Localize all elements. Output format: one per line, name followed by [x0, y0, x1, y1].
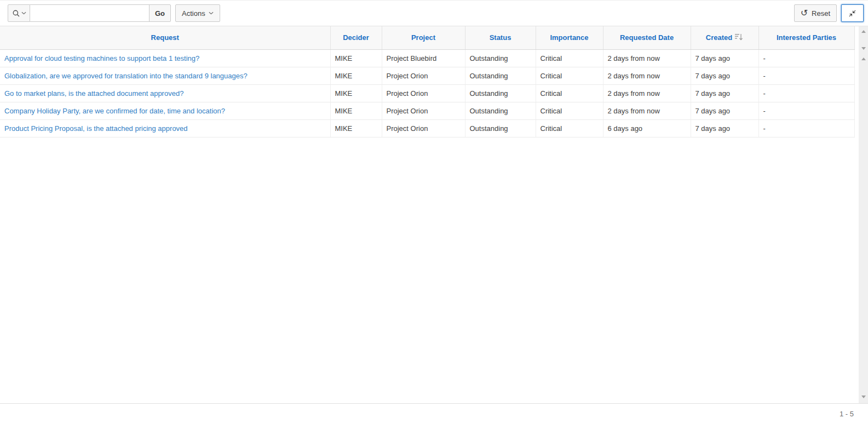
table-row: Approval for cloud testing machines to s…	[0, 49, 854, 67]
actions-menu-button[interactable]: Actions	[175, 4, 220, 22]
pagination-range: 1 - 5	[840, 410, 854, 418]
interactive-report-page: Go Actions ↺ Reset	[0, 0, 868, 424]
cell-requested_date: 6 days ago	[603, 119, 691, 137]
chevron-down-icon	[209, 12, 214, 15]
column-header-content: Interested Parties	[777, 33, 836, 42]
sort-descending-icon	[735, 33, 743, 42]
cell-status: Outstanding	[465, 84, 536, 102]
cell-request: Globalization, are we approved for trans…	[0, 67, 330, 84]
undo-circular-arrow-icon: ↺	[801, 9, 808, 18]
column-header-interested_parties[interactable]: Interested Parties	[758, 26, 854, 49]
actions-button-label: Actions	[182, 9, 205, 18]
cell-request: Approval for cloud testing machines to s…	[0, 49, 330, 67]
search-icon	[12, 9, 20, 18]
table-row: Globalization, are we approved for trans…	[0, 67, 854, 84]
column-header-label: Requested Date	[620, 33, 674, 42]
column-header-label: Created	[706, 33, 732, 42]
column-header-content: Request	[151, 33, 179, 42]
report-toolbar: Go Actions ↺ Reset	[0, 0, 868, 26]
reset-button[interactable]: ↺ Reset	[794, 4, 837, 22]
cell-interested_parties: -	[758, 84, 854, 102]
column-header-content: Decider	[343, 33, 369, 42]
request-link[interactable]: Company Holiday Party, are we confirmed …	[4, 107, 225, 115]
search-bar: Go	[8, 4, 171, 22]
report-footer: 1 - 5	[0, 403, 868, 424]
column-header-label: Project	[411, 33, 435, 42]
scroll-down-arrow-icon[interactable]	[861, 396, 866, 398]
column-header-content: Created	[706, 33, 743, 42]
report-region: RequestDeciderProjectStatusImportanceReq…	[0, 26, 868, 403]
report-table: RequestDeciderProjectStatusImportanceReq…	[0, 26, 855, 137]
column-header-project[interactable]: Project	[382, 26, 465, 49]
cell-status: Outstanding	[465, 49, 536, 67]
column-header-status[interactable]: Status	[465, 26, 536, 49]
cell-project: Project Orion	[382, 67, 465, 84]
cell-decider: MIKE	[330, 67, 382, 84]
cell-decider: MIKE	[330, 49, 382, 67]
cell-status: Outstanding	[465, 102, 536, 119]
request-link[interactable]: Approval for cloud testing machines to s…	[4, 54, 199, 62]
column-header-label: Importance	[550, 33, 588, 42]
search-column-selector-button[interactable]	[8, 4, 30, 22]
cell-interested_parties: -	[758, 102, 854, 119]
column-header-content: Importance	[550, 33, 588, 42]
chevron-down-icon	[21, 12, 26, 15]
column-header-label: Status	[490, 33, 511, 42]
cell-project: Project Orion	[382, 119, 465, 137]
column-header-content: Requested Date	[620, 33, 674, 42]
reset-button-label: Reset	[812, 9, 830, 18]
column-header-request[interactable]: Request	[0, 26, 330, 49]
cell-request: Go to market plans, is the attached docu…	[0, 84, 330, 102]
cell-created: 7 days ago	[691, 67, 758, 84]
cell-status: Outstanding	[465, 67, 536, 84]
cell-importance: Critical	[536, 84, 603, 102]
cell-created: 7 days ago	[691, 49, 758, 67]
cell-importance: Critical	[536, 49, 603, 67]
cell-requested_date: 2 days from now	[603, 49, 691, 67]
toolbar-right-group: ↺ Reset	[794, 4, 864, 22]
cell-project: Project Bluebird	[382, 49, 465, 67]
request-link[interactable]: Go to market plans, is the attached docu…	[4, 89, 183, 98]
cell-interested_parties: -	[758, 67, 854, 84]
cell-importance: Critical	[536, 67, 603, 84]
request-link[interactable]: Globalization, are we approved for trans…	[4, 72, 248, 80]
cell-created: 7 days ago	[691, 102, 758, 119]
cell-created: 7 days ago	[691, 84, 758, 102]
cell-importance: Critical	[536, 119, 603, 137]
collapse-diagonal-arrows-icon	[848, 9, 856, 18]
cell-decider: MIKE	[330, 84, 382, 102]
column-header-importance[interactable]: Importance	[536, 26, 603, 49]
go-button[interactable]: Go	[149, 4, 171, 22]
header-row: RequestDeciderProjectStatusImportanceReq…	[0, 26, 854, 49]
cell-project: Project Orion	[382, 84, 465, 102]
column-header-content: Project	[411, 33, 435, 42]
scroll-up-arrow-icon[interactable]	[861, 30, 866, 33]
cell-interested_parties: -	[758, 119, 854, 137]
column-header-requested_date[interactable]: Requested Date	[603, 26, 691, 49]
collapse-report-button[interactable]	[841, 4, 864, 22]
cell-request: Company Holiday Party, are we confirmed …	[0, 102, 330, 119]
cell-importance: Critical	[536, 102, 603, 119]
column-header-decider[interactable]: Decider	[330, 26, 382, 49]
cell-requested_date: 2 days from now	[603, 84, 691, 102]
request-link[interactable]: Product Pricing Proposal, is the attache…	[4, 124, 188, 133]
vertical-scrollbar[interactable]	[859, 26, 868, 403]
cell-status: Outstanding	[465, 119, 536, 137]
column-header-label: Decider	[343, 33, 369, 42]
search-input[interactable]	[30, 4, 150, 22]
cell-requested_date: 2 days from now	[603, 102, 691, 119]
table-row: Company Holiday Party, are we confirmed …	[0, 102, 854, 119]
column-header-label: Request	[151, 33, 179, 42]
cell-requested_date: 2 days from now	[603, 67, 691, 84]
column-header-created[interactable]: Created	[691, 26, 758, 49]
column-header-label: Interested Parties	[777, 33, 836, 42]
cell-decider: MIKE	[330, 102, 382, 119]
cell-created: 7 days ago	[691, 119, 758, 137]
cell-decider: MIKE	[330, 119, 382, 137]
scroll-down-arrow-icon[interactable]	[861, 47, 866, 50]
column-header-content: Status	[490, 33, 511, 42]
table-row: Product Pricing Proposal, is the attache…	[0, 119, 854, 137]
table-row: Go to market plans, is the attached docu…	[0, 84, 854, 102]
cell-request: Product Pricing Proposal, is the attache…	[0, 119, 330, 137]
scroll-up-arrow-icon[interactable]	[861, 58, 866, 60]
